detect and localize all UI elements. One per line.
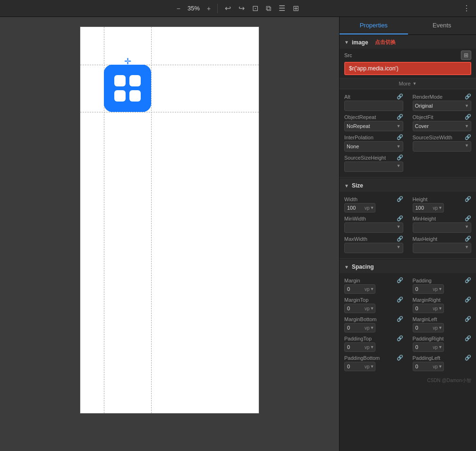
paddingright-label: PaddingRight <box>413 336 465 341</box>
minwidth-chevron-icon: ▼ <box>397 224 401 229</box>
paddingright-unit[interactable]: vp ▼ <box>432 345 443 350</box>
zoom-out-button[interactable]: − <box>175 4 182 13</box>
padding-input[interactable] <box>413 285 432 293</box>
width-link-icon[interactable]: 🔗 <box>397 196 403 202</box>
paddingtop-unit[interactable]: vp ▼ <box>364 345 375 350</box>
paddingtop-unit-chevron-icon: ▼ <box>370 345 374 349</box>
margin-link-icon[interactable]: 🔗 <box>397 277 403 283</box>
redo-button[interactable]: ↪ <box>236 3 247 14</box>
image-widget[interactable]: ✛ <box>104 65 151 112</box>
sourcesizeheight-input[interactable]: ▼ <box>344 162 403 172</box>
objectfit-value: Cover <box>415 123 429 129</box>
alt-input[interactable] <box>344 101 403 111</box>
height-link-icon[interactable]: 🔗 <box>465 196 471 202</box>
marginleft-input[interactable] <box>413 323 432 332</box>
marginright-unit[interactable]: vp ▼ <box>432 306 443 311</box>
paddingtop-input[interactable] <box>345 343 364 351</box>
margintop-input[interactable] <box>345 304 364 313</box>
margin-label: Margin <box>344 278 397 283</box>
margin-input-unit: vp ▼ <box>344 284 375 294</box>
layout-button[interactable]: ☰ <box>276 3 288 14</box>
device-view-button[interactable]: ⊡ <box>250 3 261 14</box>
paddingbottom-link-icon[interactable]: 🔗 <box>397 355 403 361</box>
marginright-link-icon[interactable]: 🔗 <box>465 297 471 303</box>
maxheight-chevron-icon: ▼ <box>465 245 469 249</box>
tab-events[interactable]: Events <box>408 17 476 34</box>
width-input-unit: vp ▼ <box>344 203 375 213</box>
maxwidth-input[interactable]: ▼ <box>344 243 403 253</box>
rendermode-select[interactable]: Original ▼ <box>413 101 472 111</box>
minheight-input[interactable]: ▼ <box>413 222 472 233</box>
sourcesizewidth-link-icon[interactable]: 🔗 <box>465 134 471 140</box>
objectrepeat-select[interactable]: NoRepeat ▼ <box>344 121 403 131</box>
objectrepeat-chevron-icon: ▼ <box>397 124 401 128</box>
paddingbottom-input[interactable] <box>345 362 364 371</box>
paddingbottom-input-unit: vp ▼ <box>344 362 375 371</box>
canvas-frame: ✛ <box>80 26 259 414</box>
paddingleft-link-icon[interactable]: 🔗 <box>465 355 471 361</box>
minwidth-link-icon[interactable]: 🔗 <box>397 215 403 221</box>
minheight-link-icon[interactable]: 🔗 <box>465 215 471 221</box>
interpolation-select[interactable]: None ▼ <box>344 141 403 152</box>
marginbottom-link-icon[interactable]: 🔗 <box>397 316 403 322</box>
maxheight-half: MaxHeight 🔗 ▼ <box>408 234 476 255</box>
zoom-in-button[interactable]: + <box>205 4 212 13</box>
orient-button[interactable]: ⧉ <box>264 3 273 14</box>
paddingbottom-unit[interactable]: vp ▼ <box>364 364 375 369</box>
minwidth-input[interactable]: ▼ <box>344 222 403 233</box>
padding-link-icon[interactable]: 🔗 <box>465 277 471 283</box>
paddingtop-link-icon[interactable]: 🔗 <box>397 335 403 341</box>
src-value-box[interactable]: $r('app.media.icon') <box>344 62 471 75</box>
grid-button[interactable]: ⊞ <box>290 3 301 14</box>
marginleft-link-icon[interactable]: 🔗 <box>465 316 471 322</box>
margintop-unit[interactable]: vp ▼ <box>364 306 375 311</box>
objectrepeat-link-icon[interactable]: 🔗 <box>397 114 403 120</box>
marginleft-unit[interactable]: vp ▼ <box>432 325 443 331</box>
paddingleft-label: PaddingLeft <box>413 355 465 361</box>
paddingright-input[interactable] <box>413 343 432 351</box>
marginleft-input-unit: vp ▼ <box>413 323 444 332</box>
width-unit-chevron-icon: ▼ <box>370 205 374 210</box>
tab-properties[interactable]: Properties <box>340 17 408 34</box>
more-dots-icon[interactable]: ⋮ <box>463 4 470 13</box>
maxwidth-label: MaxWidth <box>344 236 397 242</box>
paddingleft-input[interactable] <box>413 362 432 371</box>
alt-link-icon[interactable]: 🔗 <box>397 94 403 100</box>
margintop-link-icon[interactable]: 🔗 <box>397 297 403 303</box>
sourcesizewidth-chevron-icon: ▼ <box>465 143 469 148</box>
undo-button[interactable]: ↩ <box>222 3 233 14</box>
marginright-input[interactable] <box>413 304 432 313</box>
maxwidth-link-icon[interactable]: 🔗 <box>397 236 403 242</box>
more-row[interactable]: More ▼ <box>340 78 476 89</box>
sourcesizeheight-link-icon[interactable]: 🔗 <box>397 154 403 161</box>
interpolation-link-icon[interactable]: 🔗 <box>397 134 403 140</box>
margin-unit[interactable]: vp ▼ <box>364 287 375 292</box>
sourcesizewidth-input[interactable]: ▼ <box>413 141 472 152</box>
objectfit-select[interactable]: Cover ▼ <box>413 121 472 131</box>
objectfit-chevron-icon: ▼ <box>465 124 469 128</box>
marginbottom-unit[interactable]: vp ▼ <box>364 325 375 331</box>
minheight-chevron-icon: ▼ <box>465 224 469 229</box>
height-unit[interactable]: vp ▼ <box>432 205 443 211</box>
width-half: Width 🔗 vp ▼ <box>340 195 408 214</box>
move-handle-icon[interactable]: ✛ <box>124 56 131 67</box>
marginbottom-input[interactable] <box>345 323 364 332</box>
maxheight-link-icon[interactable]: 🔗 <box>465 236 471 242</box>
dot-4 <box>129 90 141 102</box>
maxheight-input[interactable]: ▼ <box>413 243 472 253</box>
paddingleft-unit[interactable]: vp ▼ <box>432 364 443 369</box>
image-section-header: ▼ image 点击切换 <box>340 35 476 49</box>
size-section-title: Size <box>352 182 363 189</box>
minheight-half: MinHeight 🔗 ▼ <box>408 214 476 234</box>
src-icon-button[interactable]: ⊞ <box>461 51 471 60</box>
padding-unit[interactable]: vp ▼ <box>432 287 443 292</box>
width-input[interactable] <box>345 204 364 212</box>
spacing-section-title: Spacing <box>352 264 374 270</box>
margin-input[interactable] <box>345 285 364 293</box>
height-input[interactable] <box>413 204 432 212</box>
paddingright-link-icon[interactable]: 🔗 <box>465 335 471 341</box>
rendermode-link-icon[interactable]: 🔗 <box>465 94 471 100</box>
sourcesizewidth-label: SourceSizeWidth <box>413 135 465 140</box>
width-unit[interactable]: vp ▼ <box>364 205 375 211</box>
objectfit-link-icon[interactable]: 🔗 <box>465 114 471 120</box>
